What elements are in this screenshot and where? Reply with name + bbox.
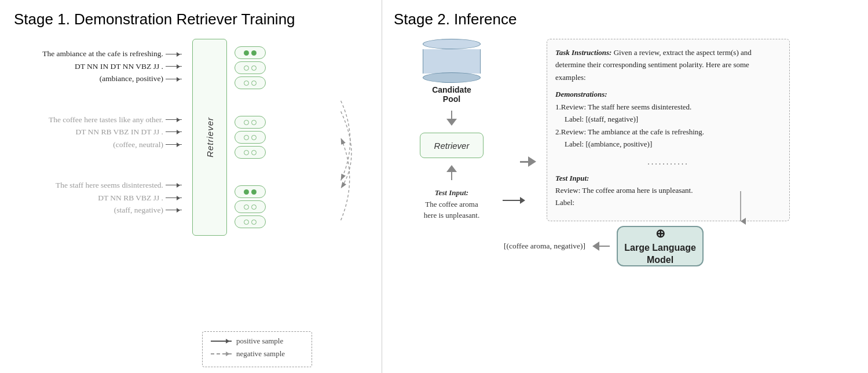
task-instructions-label: Task Instructions: <box>555 48 611 57</box>
stage2-title: Stage 2. Inference <box>394 10 856 28</box>
right-panel: Stage 2. Inference CandidatePool Retriev… <box>382 0 868 373</box>
demo1-text: 1.Review: The staff here seems disintere… <box>555 101 781 113</box>
legend-positive-label: positive sample <box>236 337 283 346</box>
node-row-3 <box>235 185 295 228</box>
dot-empty-icon <box>244 150 249 155</box>
legend-negative: negative sample <box>211 349 303 359</box>
sample3-line2: DT NN RB VBZ JJ . <box>98 192 182 204</box>
demonstrations-label: Demonstrations: <box>555 88 781 100</box>
retriever-inf-box: Retriever <box>420 133 484 158</box>
dot-empty-icon <box>244 120 249 125</box>
legend-negative-label: negative sample <box>236 349 285 359</box>
sample1-line1: The ambiance at the cafe is refreshing. <box>42 47 182 60</box>
triangle-up-icon <box>446 165 457 172</box>
prompt-to-llm-arrow <box>729 191 752 226</box>
arrow-right-icon <box>166 79 182 79</box>
arrow-left-from-llm <box>592 242 610 251</box>
candidate-pool: CandidatePool <box>423 39 481 104</box>
demo1-label: Label: [(staff, negative)] <box>555 113 781 125</box>
dot-empty-icon <box>244 220 249 225</box>
dots-separator: ........... <box>555 155 781 169</box>
samples-col: The ambiance at the cafe is refreshing. … <box>20 39 188 236</box>
node-green-2 <box>235 185 266 198</box>
dot-empty-icon <box>244 81 249 86</box>
vline-icon <box>451 111 452 119</box>
arrow-right-icon <box>166 198 182 198</box>
legend-positive: positive sample <box>211 337 303 346</box>
sample1-line2: DT NN IN DT NN VBZ JJ . <box>75 60 182 73</box>
dot-empty-icon <box>251 120 257 125</box>
node-empty-1 <box>235 61 266 74</box>
test-input-label: Test Input: <box>424 187 479 199</box>
dot-empty-icon <box>251 150 257 155</box>
test-input-box: Test Input: The coffee aromahere is unpl… <box>424 187 479 221</box>
dot-icon <box>251 50 257 56</box>
arrow-up-1 <box>446 165 457 180</box>
legend-box: positive sample negative sample <box>202 331 312 367</box>
sample3-line3: (staff, negative) <box>114 204 182 217</box>
test-input-arrow <box>503 197 525 204</box>
arrow-down-1 <box>446 111 457 126</box>
sample2-line3: (coffee, neutral) <box>113 138 182 151</box>
left-panel: Stage 1. Demonstration Retriever Trainin… <box>0 0 382 373</box>
dot-icon <box>251 189 257 195</box>
node-empty-5 <box>235 146 266 159</box>
legend-negative-arrow <box>211 353 232 354</box>
dot-empty-icon <box>251 135 257 140</box>
node-row-1 <box>235 46 295 89</box>
sample2-line1: The coffee here tastes like any other. <box>49 114 182 126</box>
dot-icon <box>244 50 249 56</box>
test-input-prompt-label: Test Input: <box>555 172 781 184</box>
dot-empty-icon <box>244 65 249 71</box>
cylinder-body <box>423 49 481 74</box>
demo2-label: Label: [(ambiance, positive)] <box>555 138 781 150</box>
hline-left-icon <box>599 246 610 247</box>
node-empty-6 <box>235 200 266 213</box>
arrow-right-icon <box>166 119 182 120</box>
dot-empty-icon <box>251 220 257 225</box>
node-empty-2 <box>235 76 266 89</box>
retriever-inf-label: Retriever <box>434 141 470 151</box>
dot-icon <box>244 189 249 195</box>
node-empty-7 <box>235 215 266 228</box>
big-arrow-right-icon <box>528 156 536 167</box>
arrow-right-icon <box>166 144 182 145</box>
dot-empty-icon <box>251 204 257 210</box>
test-input-content: The coffee aromahere is unpleasant. <box>424 199 479 221</box>
nodes-col <box>232 39 295 236</box>
dot-empty-icon <box>251 65 257 71</box>
node-empty-3 <box>235 116 266 129</box>
llm-box: ⊕ Large LanguageModel <box>617 226 704 266</box>
sample2-line2: DT NN RB VBZ IN DT JJ . <box>75 126 182 138</box>
sample1-line3: (ambiance, positive) <box>100 72 182 85</box>
candidate-pool-label: CandidatePool <box>432 85 471 104</box>
demonstrations-section: Demonstrations: 1.Review: The staff here… <box>555 88 781 150</box>
sample-group-2: The coffee here tastes like any other. D… <box>20 114 182 151</box>
retriever-label: Retriever <box>205 117 215 158</box>
left-inference-col: CandidatePool Retriever Test Input: <box>394 39 510 221</box>
cylinder-top <box>423 39 481 49</box>
arrow-right-icon <box>166 210 182 210</box>
arrow-right-icon <box>166 185 182 185</box>
hline-icon <box>520 161 528 163</box>
vline-icon <box>451 172 452 180</box>
sample3-line1: The staff here seems disinterested. <box>56 179 182 192</box>
training-area: The ambiance at the cafe is refreshing. … <box>20 39 370 236</box>
hline-icon <box>503 200 520 201</box>
node-empty-4 <box>235 131 266 144</box>
cylinder-bottom <box>423 72 481 83</box>
sample-group-3: The staff here seems disinterested. DT N… <box>20 179 182 217</box>
arrow-right-icon <box>166 131 182 132</box>
retriever-box: Retriever <box>192 39 227 236</box>
triangle-right-icon <box>520 197 525 204</box>
arrow-right-icon <box>166 66 182 67</box>
prompt-box: Task Instructions: Given a review, extra… <box>547 39 790 221</box>
task-instructions-section: Task Instructions: Given a review, extra… <box>555 46 781 83</box>
output-text: [(coffee aroma, negative)] <box>504 242 585 251</box>
test-input-label-text: Test Input: <box>435 188 468 197</box>
node-row-2 <box>235 116 295 159</box>
dot-empty-icon <box>244 135 249 140</box>
stage1-title: Stage 1. Demonstration Retriever Trainin… <box>14 10 370 28</box>
dot-empty-icon <box>244 204 249 210</box>
triangle-left-icon <box>592 242 599 251</box>
